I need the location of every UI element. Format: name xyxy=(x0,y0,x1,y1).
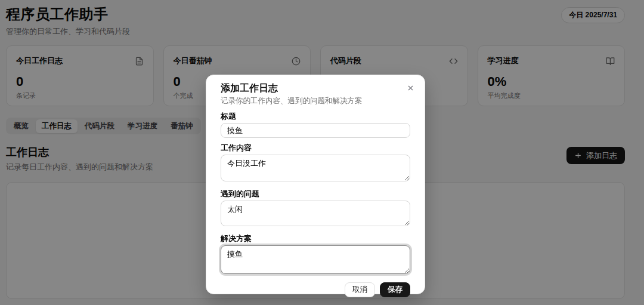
save-button[interactable]: 保存 xyxy=(380,282,410,297)
title-input[interactable] xyxy=(221,123,410,138)
add-worklog-dialog: 添加工作日志 记录你的工作内容、遇到的问题和解决方案 标题 工作内容 今日没工作… xyxy=(206,75,425,294)
x-icon xyxy=(407,84,414,92)
title-label: 标题 xyxy=(221,112,410,121)
cancel-button[interactable]: 取消 xyxy=(345,282,375,297)
solution-label: 解决方案 xyxy=(221,234,410,243)
solution-textarea[interactable]: 摸鱼 xyxy=(221,245,410,274)
close-button[interactable] xyxy=(405,83,416,93)
problems-textarea[interactable]: 太闲 xyxy=(221,201,410,226)
content-label: 工作内容 xyxy=(221,143,410,152)
dialog-description: 记录你的工作内容、遇到的问题和解决方案 xyxy=(221,96,410,106)
dialog-actions: 取消 保存 xyxy=(221,282,410,297)
problems-label: 遇到的问题 xyxy=(221,189,410,198)
content-textarea[interactable]: 今日没工作 xyxy=(221,155,410,181)
dialog-title: 添加工作日志 xyxy=(221,82,410,94)
